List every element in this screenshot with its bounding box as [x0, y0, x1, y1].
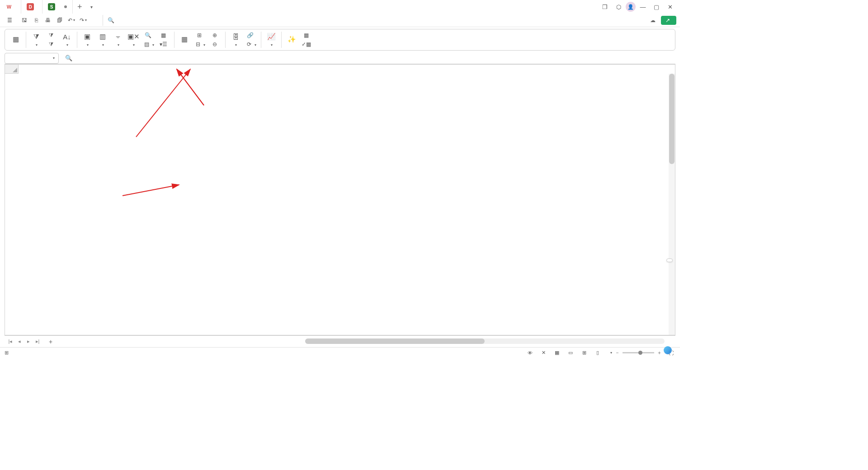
page-view-icon[interactable]: ▭: [566, 349, 575, 357]
subtotal-button[interactable]: ▦: [177, 30, 192, 49]
select-all-corner[interactable]: [5, 65, 19, 74]
refresh-col: 🔗 ⟳▾: [244, 30, 258, 49]
eye-icon[interactable]: 👁: [525, 349, 534, 357]
window-cube-icon[interactable]: ⬡: [612, 0, 625, 13]
filter-button[interactable]: ⧩▾: [29, 30, 43, 49]
duplicates-button[interactable]: ▣▾: [80, 30, 94, 49]
titlebar: W D S + ▾ ❐ ⬡ 👤 — ▢ ✕: [0, 0, 680, 14]
compare-icon: ▥: [99, 33, 107, 41]
spreadsheet-grid[interactable]: [5, 64, 675, 335]
find-input-button[interactable]: 🔍: [142, 31, 156, 40]
pagebreak-view-icon[interactable]: ⊞: [580, 349, 589, 357]
smart-analysis-button[interactable]: ✨: [284, 30, 299, 49]
status-icon[interactable]: ⊞: [5, 350, 9, 356]
compare-button[interactable]: ▥▾: [95, 30, 110, 49]
label: ▾: [203, 42, 205, 47]
label: ▾: [101, 42, 104, 47]
zoom-slider[interactable]: [623, 352, 654, 353]
split-button[interactable]: ⫟▾: [111, 30, 125, 49]
get-data-button[interactable]: 🗄▾: [228, 30, 243, 49]
check-icon: ✓▦: [303, 41, 310, 47]
print-icon[interactable]: 🖶: [43, 15, 53, 25]
tab-product-xlsx[interactable]: S: [42, 0, 73, 14]
normal-view-icon[interactable]: ▦: [552, 349, 561, 357]
find-icon: 🔍: [145, 32, 151, 38]
save-icon[interactable]: 🖫: [19, 15, 29, 25]
collapse-button[interactable]: ⊖: [208, 40, 222, 49]
label: ▾: [86, 42, 89, 47]
print-preview-icon[interactable]: 🗐: [55, 15, 65, 25]
pivot-icon: ▦: [12, 35, 20, 43]
close-button[interactable]: ✕: [664, 0, 676, 13]
label: ▾: [234, 42, 237, 47]
column-headers: [19, 65, 675, 74]
group-icon: ⊞: [196, 32, 203, 38]
consolidate-button[interactable]: ▦: [157, 31, 171, 40]
fill-group: 🔍 ▤▾: [142, 30, 156, 49]
zoom-in-button[interactable]: ＋: [657, 349, 662, 356]
expand-button[interactable]: ⊕: [208, 31, 222, 40]
cloud-status[interactable]: ☁: [650, 17, 657, 24]
tab-wps-office[interactable]: W: [0, 0, 21, 14]
stocks-button[interactable]: 📈▾: [264, 30, 278, 49]
validation-icon: ▣✕: [129, 33, 137, 41]
reapply-button[interactable]: ⧩: [44, 40, 59, 49]
group-button[interactable]: ⊞: [193, 31, 207, 40]
hamburger-icon: ☰: [7, 17, 12, 24]
name-box[interactable]: ▾: [5, 53, 59, 64]
cells-area[interactable]: [19, 74, 675, 335]
menu-left: ☰ 🖫 ⎘ 🖶 🗐 ↶▾ ↷▾: [4, 15, 88, 25]
tab-find-template[interactable]: D: [21, 0, 42, 14]
share-button[interactable]: ↗: [661, 16, 676, 25]
status-right: 👁 ✕ ▦ ▭ ⊞ ▯ ▾ － ＋ ⛶: [525, 349, 675, 357]
vertical-scrollbar[interactable]: [669, 74, 675, 335]
pivot-table-button[interactable]: ▦: [9, 30, 23, 49]
edit-link-button[interactable]: 🔗: [244, 31, 258, 40]
sheet-first-button[interactable]: |◂: [6, 338, 14, 346]
redo-button[interactable]: ↷▾: [78, 15, 88, 25]
refresh-all-button[interactable]: ⟳▾: [244, 40, 258, 49]
export-icon[interactable]: ⎘: [31, 15, 41, 25]
template-icon: D: [27, 3, 34, 10]
chevron-down-icon[interactable]: ▾: [610, 351, 612, 355]
fill-button[interactable]: ▤▾: [142, 40, 156, 49]
scroll-thumb[interactable]: [669, 74, 675, 164]
maximize-button[interactable]: ▢: [650, 0, 663, 13]
ribbon-data: ▦ ⧩▾ ⧩ ⧩ A↓▾ ▣▾ ▥▾ ⫟▾ ▣✕▾ 🔍 ▤▾ ▦ ▾☰ ▦ ⊞ …: [5, 29, 675, 51]
simulate-button[interactable]: ▦: [300, 31, 314, 40]
undo-button[interactable]: ↶▾: [66, 15, 76, 25]
formula-input[interactable]: [77, 53, 675, 64]
lang-float[interactable]: [666, 258, 673, 262]
duplicates-icon: ▣: [83, 33, 91, 41]
validation-button[interactable]: ▣✕▾: [126, 30, 141, 49]
tab-list-dropdown[interactable]: ▾: [87, 5, 96, 9]
window-controls: ❐ ⬡ 👤 — ▢ ✕: [599, 0, 680, 13]
sheet-prev-button[interactable]: ◂: [15, 338, 24, 346]
horizontal-scrollbar[interactable]: [65, 338, 665, 345]
cross-icon[interactable]: ✕: [539, 349, 548, 357]
ungroup-button[interactable]: ⊟▾: [193, 40, 207, 49]
sheet-next-button[interactable]: ▸: [24, 338, 33, 346]
search-icon[interactable]: 🔍: [103, 15, 113, 26]
sort-button[interactable]: A↓▾: [60, 30, 74, 49]
dropdown-icon: ▾☰: [160, 41, 167, 47]
minimize-button[interactable]: —: [637, 0, 649, 13]
stocks-icon: 📈: [267, 33, 275, 41]
zoom-controls: ▾ － ＋: [607, 349, 662, 356]
zoom-formula-icon[interactable]: 🔍: [65, 55, 72, 61]
share-icon: ↗: [665, 17, 670, 24]
scroll-thumb[interactable]: [305, 338, 485, 344]
dropdown-list-button[interactable]: ▾☰: [157, 40, 171, 49]
zoom-out-button[interactable]: －: [615, 349, 620, 356]
tab-add-button[interactable]: +: [73, 2, 87, 12]
file-menu[interactable]: ☰: [4, 17, 18, 24]
window-compact-icon[interactable]: ❐: [599, 0, 611, 13]
add-sheet-button[interactable]: +: [45, 338, 56, 345]
data-check-button[interactable]: ✓▦: [300, 40, 314, 49]
sheet-last-button[interactable]: ▸|: [33, 338, 42, 346]
row-headers: [5, 74, 19, 335]
show-all-button[interactable]: ⧩: [44, 31, 59, 40]
reading-view-icon[interactable]: ▯: [593, 349, 602, 357]
label: ▾: [254, 42, 256, 47]
user-avatar[interactable]: 👤: [626, 2, 636, 12]
